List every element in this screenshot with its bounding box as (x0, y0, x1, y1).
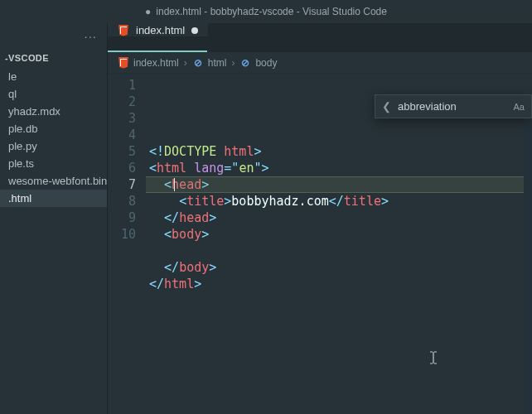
line-number: 8 (108, 193, 136, 209)
file-list: leqlyhadz.mdxple.dbple.pyple.tswesome-we… (0, 68, 107, 207)
line-number: 6 (108, 160, 136, 176)
dirty-dot-icon: ● (145, 6, 151, 17)
breadcrumb-label: index.html (133, 57, 179, 69)
tab-dirty-icon (191, 27, 198, 34)
file-item[interactable]: .html (0, 190, 107, 207)
breadcrumb-label: html (208, 57, 227, 69)
file-item[interactable]: le (0, 68, 107, 85)
brace-icon: ⊘ (239, 57, 251, 69)
code-line[interactable]: </head> (149, 209, 532, 226)
code-line[interactable]: <!DOCTYPE html> (149, 143, 532, 160)
chevron-right-icon: › (231, 57, 235, 69)
minimap[interactable] (524, 124, 532, 414)
explorer-sidebar: ··· -VSCODE leqlyhadz.mdxple.dbple.pyple… (0, 23, 108, 414)
line-gutter: 12345678910 (108, 74, 146, 414)
line-number: 7 (108, 176, 136, 193)
line-number: 5 (108, 143, 136, 160)
file-item[interactable]: ple.ts (0, 155, 107, 172)
line-number: 4 (108, 127, 136, 143)
html5-icon (118, 25, 129, 36)
window-titlebar: ● index.html - bobbyhadz-vscode - Visual… (0, 0, 532, 23)
html5-icon (118, 57, 129, 69)
breadcrumb-item[interactable]: ⊘body (239, 57, 277, 69)
line-number: 2 (108, 94, 136, 110)
code-line[interactable] (149, 243, 532, 259)
text-caret (174, 178, 175, 191)
chevron-left-icon[interactable]: ❮ (382, 100, 391, 113)
breadcrumb-item[interactable]: ⊘html (192, 57, 227, 69)
suggest-label: abbreviation (398, 100, 457, 113)
code-line[interactable]: <html lang="en"> (149, 160, 532, 176)
file-item[interactable]: ql (0, 85, 107, 103)
file-item[interactable]: yhadz.mdx (0, 103, 107, 120)
breadcrumb[interactable]: index.html›⊘html›⊘body (108, 52, 532, 74)
match-case-icon[interactable]: Aa (514, 102, 525, 112)
code-line[interactable]: <title>bobbyhadz.com</title> (149, 193, 532, 209)
code-line[interactable]: </html> (149, 276, 532, 292)
code-line[interactable]: <head> (149, 176, 532, 193)
window-title: index.html - bobbyhadz-vscode - Visual S… (156, 6, 387, 17)
breadcrumb-label: body (255, 57, 277, 69)
sidebar-more-icon[interactable]: ··· (84, 29, 97, 43)
folder-name[interactable]: -VSCODE (0, 48, 107, 68)
file-item[interactable]: ple.py (0, 137, 107, 155)
line-number: 10 (108, 226, 136, 243)
suggest-widget[interactable]: ❮ abbreviation Aa (375, 94, 532, 118)
file-item[interactable]: wesome-webfont.bin (0, 172, 107, 190)
code-area[interactable]: <!DOCTYPE html><html lang="en"> <head> <… (146, 74, 532, 414)
file-item[interactable]: ple.db (0, 120, 107, 137)
tab-label: index.html (136, 24, 185, 36)
tab-index-html[interactable]: index.html (108, 23, 208, 36)
tab-bar: index.html (108, 23, 532, 52)
editor[interactable]: 12345678910 <!DOCTYPE html><html lang="e… (108, 74, 532, 414)
chevron-right-icon: › (184, 57, 187, 69)
code-line[interactable] (149, 292, 532, 309)
tab-active-indicator (108, 51, 207, 52)
line-number: 3 (108, 110, 136, 127)
line-number: 1 (108, 77, 136, 94)
line-number: 9 (108, 209, 136, 226)
code-line[interactable]: <body> (149, 226, 532, 243)
code-line[interactable]: </body> (149, 259, 532, 276)
brace-icon: ⊘ (192, 57, 204, 69)
breadcrumb-item[interactable]: index.html (118, 57, 179, 69)
